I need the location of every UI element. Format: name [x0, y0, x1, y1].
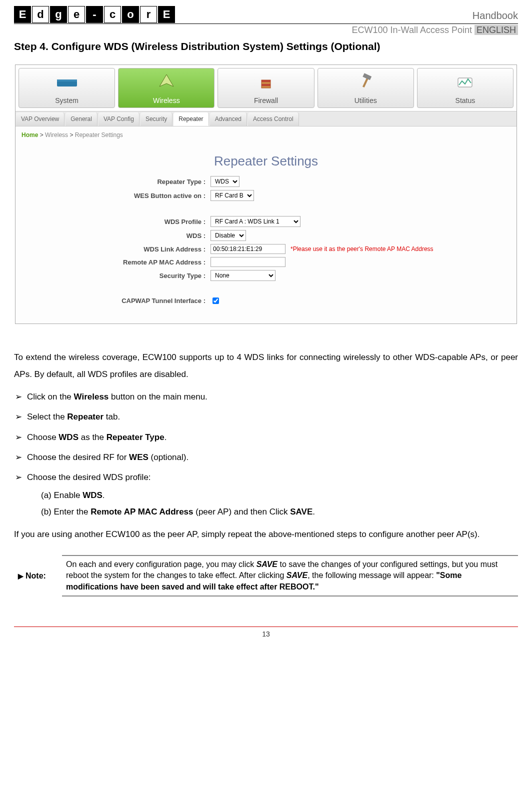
note-label-cell: ▶Note:	[14, 556, 62, 596]
sublist-item: (b) Enter the Remote AP MAC Address (pee…	[41, 504, 518, 520]
breadcrumb-section[interactable]: Wireless	[45, 132, 68, 138]
svg-marker-2	[160, 74, 174, 86]
wes-button-select[interactable]: RF Card B	[210, 190, 254, 201]
security-type-select[interactable]: None	[210, 270, 276, 281]
list-item: Choose the desired RF for WES (optional)…	[27, 450, 518, 466]
outro-paragraph: If you are using another ECW100 as the p…	[14, 526, 518, 543]
remote-mac-input[interactable]	[210, 257, 286, 267]
wds-profile-select[interactable]: RF Card A : WDS Link 1	[210, 216, 300, 227]
logo-letter: g	[50, 6, 67, 23]
svg-rect-4	[262, 80, 270, 82]
router-icon	[55, 68, 79, 96]
wds-link-address-input[interactable]	[210, 244, 286, 254]
wds-select[interactable]: Disable	[210, 230, 246, 241]
note-box: ▶Note: On each and every configuration p…	[14, 555, 518, 596]
wds-link-hint: *Please use it as the peer's Remote AP M…	[290, 246, 434, 252]
note-marker-icon: ▶	[18, 572, 24, 580]
status-icon	[455, 68, 475, 96]
logo-letter: d	[32, 6, 49, 23]
hammer-icon	[356, 68, 376, 96]
nav-status-button[interactable]: Status	[417, 68, 514, 108]
form-area: Repeater Type : WDS WES Button active on…	[16, 176, 516, 324]
repeater-type-label: Repeater Type :	[36, 178, 210, 186]
tab-security[interactable]: Security	[140, 112, 172, 126]
breadcrumb-home[interactable]: Home	[22, 132, 38, 138]
list-item: Choose WDS as the Repeater Type.	[27, 430, 518, 446]
sub-nav: VAP Overview General VAP Config Security…	[16, 111, 516, 126]
firewall-icon	[258, 68, 274, 96]
security-type-label: Security Type :	[36, 272, 210, 280]
product-name: ECW100 In-Wall Access Point	[352, 25, 472, 35]
nav-label: Firewall	[254, 96, 278, 104]
list-item: Choose the desired WDS profile: (a) Enab…	[27, 470, 518, 520]
breadcrumb-sep: >	[70, 132, 73, 138]
ui-screenshot: System Wireless Firewall Utilities	[15, 64, 517, 324]
breadcrumb: Home > Wireless > Repeater Settings	[16, 126, 516, 144]
wes-button-label: WES Button active on :	[36, 192, 210, 200]
svg-rect-1	[57, 80, 77, 82]
logo-letter: o	[122, 6, 139, 23]
nav-label: Wireless	[153, 96, 180, 104]
tab-access-control[interactable]: Access Control	[248, 112, 299, 126]
nav-label: System	[55, 96, 78, 104]
svg-rect-5	[262, 84, 270, 86]
logo-letter: E	[14, 6, 31, 23]
logo-letter: -	[86, 6, 103, 23]
panel-title: Repeater Settings	[16, 154, 516, 169]
list-item: Click on the Wireless button on the main…	[27, 389, 518, 405]
nav-utilities-button[interactable]: Utilities	[318, 68, 414, 108]
wds-link-address-label: WDS Link Address :	[36, 246, 210, 253]
wds-label: WDS :	[36, 232, 210, 240]
breadcrumb-page: Repeater Settings	[75, 132, 123, 138]
note-content: On each and every configuration page, yo…	[62, 556, 518, 596]
capwap-label: CAPWAP Tunnel Interface :	[36, 297, 210, 304]
wds-profile-label: WDS Profile :	[36, 218, 210, 226]
intro-paragraph: To extend the wireless coverage, ECW100 …	[14, 349, 518, 383]
step-heading: Step 4. Configure WDS (Wireless Distribu…	[14, 40, 518, 52]
main-nav: System Wireless Firewall Utilities	[16, 65, 516, 111]
wireless-icon	[156, 68, 176, 96]
sublist-item: (a) Enable WDS.	[41, 488, 518, 504]
remote-mac-label: Remote AP MAC Address :	[36, 258, 210, 266]
repeater-type-select[interactable]: WDS	[210, 176, 240, 187]
capwap-checkbox[interactable]	[212, 298, 219, 304]
logo-letter: e	[68, 6, 85, 23]
nav-label: Status	[456, 96, 476, 104]
page-footer: 13	[14, 626, 518, 638]
tab-general[interactable]: General	[66, 112, 98, 126]
tab-vap-config[interactable]: VAP Config	[98, 112, 140, 126]
list-item: Select the Repeater tab.	[27, 409, 518, 425]
nav-wireless-button[interactable]: Wireless	[118, 68, 214, 108]
tab-advanced[interactable]: Advanced	[210, 112, 247, 126]
page-number: 13	[262, 630, 270, 638]
tab-vap-overview[interactable]: VAP Overview	[16, 112, 64, 126]
nav-label: Utilities	[354, 96, 377, 104]
logo-letter: r	[140, 6, 157, 23]
language-badge: ENGLISH	[474, 25, 518, 35]
nav-system-button[interactable]: System	[18, 68, 115, 108]
breadcrumb-sep: >	[40, 132, 44, 138]
logo-letter: c	[104, 6, 121, 23]
tab-repeater[interactable]: Repeater	[174, 112, 208, 126]
product-line: ECW100 In-Wall Access Point ENGLISH	[14, 25, 518, 36]
logo-letter: E	[158, 6, 175, 23]
instruction-list: Click on the Wireless button on the main…	[14, 389, 518, 520]
nav-firewall-button[interactable]: Firewall	[218, 68, 314, 108]
svg-rect-8	[458, 78, 472, 87]
